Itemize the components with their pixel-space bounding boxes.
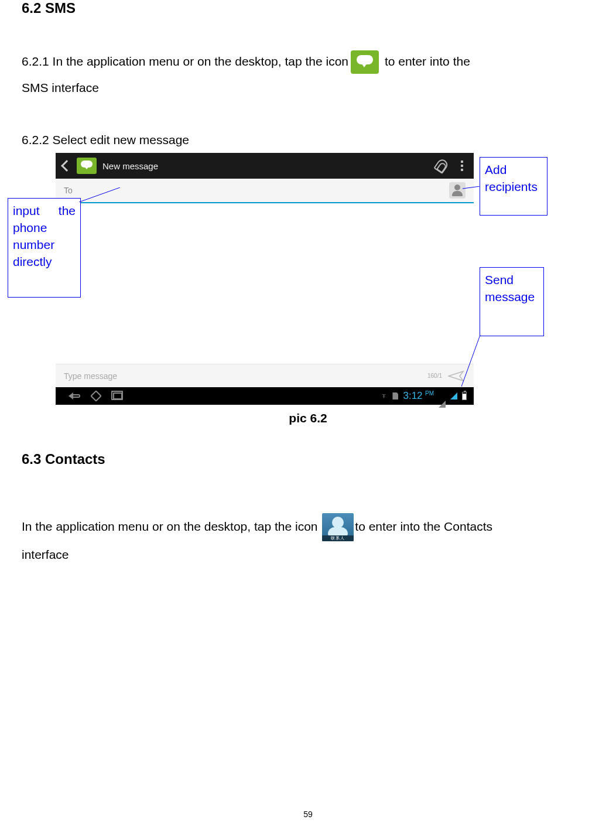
clock-ampm: PM [425, 390, 434, 397]
callout-text: the [59, 202, 76, 219]
page-number: 59 [0, 810, 616, 819]
figure-caption: pic 6.2 [0, 411, 616, 425]
paragraph-622: 6.2.2 Select edit new message [22, 133, 189, 147]
sms-app-icon [351, 50, 379, 74]
callout-text: input [13, 202, 40, 219]
battery-icon [462, 392, 467, 400]
send-button[interactable] [448, 370, 466, 383]
signal-2-icon [450, 392, 457, 399]
message-body-area [56, 203, 474, 364]
overflow-menu-icon[interactable] [461, 159, 463, 173]
callout-text: Send [485, 271, 539, 288]
text-621-prefix: 6.2.1 In the application menu or on the … [22, 54, 348, 68]
to-row: To [56, 179, 474, 203]
paragraph-621: 6.2.1 In the application menu or on the … [22, 48, 478, 101]
char-counter: 160/1 [427, 373, 442, 379]
sd-icon [392, 392, 398, 399]
status-clock: 3:12 PM [403, 390, 434, 402]
sms-screenshot: New message To Type message 160/1 ⍕ [56, 153, 474, 405]
callout-text: number [13, 236, 76, 253]
recipient-input[interactable] [73, 179, 449, 202]
callout-add-recipients: Add recipients [480, 157, 547, 216]
message-input[interactable]: Type message [64, 371, 427, 381]
add-recipient-button[interactable] [449, 182, 466, 199]
paragraph-contacts: In the application menu or on the deskto… [22, 513, 502, 568]
callout-text: message [485, 288, 539, 305]
callout-text: recipients [485, 178, 542, 195]
callout-input-phone: inputthe phone number directly [8, 198, 81, 298]
signal-1-icon [439, 391, 446, 408]
heading-contacts: 6.3 Contacts [22, 451, 105, 467]
sms-title-icon [77, 158, 97, 174]
text-contacts-prefix: In the application menu or on the deskto… [22, 520, 321, 533]
usb-icon: ⍕ [382, 392, 388, 400]
nav-recent-icon[interactable] [113, 392, 122, 399]
callout-text: directly [13, 253, 76, 270]
back-icon[interactable] [61, 160, 73, 172]
clock-time: 3:12 [403, 390, 422, 401]
system-nav-bar: ⍕ 3:12 PM [56, 387, 474, 405]
contacts-app-icon: 联系人 [322, 513, 354, 541]
title-bar: New message [56, 153, 474, 179]
heading-sms: 6.2 SMS [22, 0, 76, 16]
nav-home-icon[interactable] [90, 390, 102, 402]
callout-text: Add [485, 161, 542, 178]
attach-icon[interactable] [433, 158, 449, 174]
to-label: To [64, 186, 73, 195]
nav-back-icon[interactable] [69, 392, 79, 399]
contacts-icon-label: 联系人 [322, 535, 354, 541]
callout-text: phone [13, 219, 76, 236]
screen-title: New message [102, 161, 436, 171]
callout-send-message: Send message [480, 267, 544, 336]
compose-row: Type message 160/1 [56, 364, 474, 387]
